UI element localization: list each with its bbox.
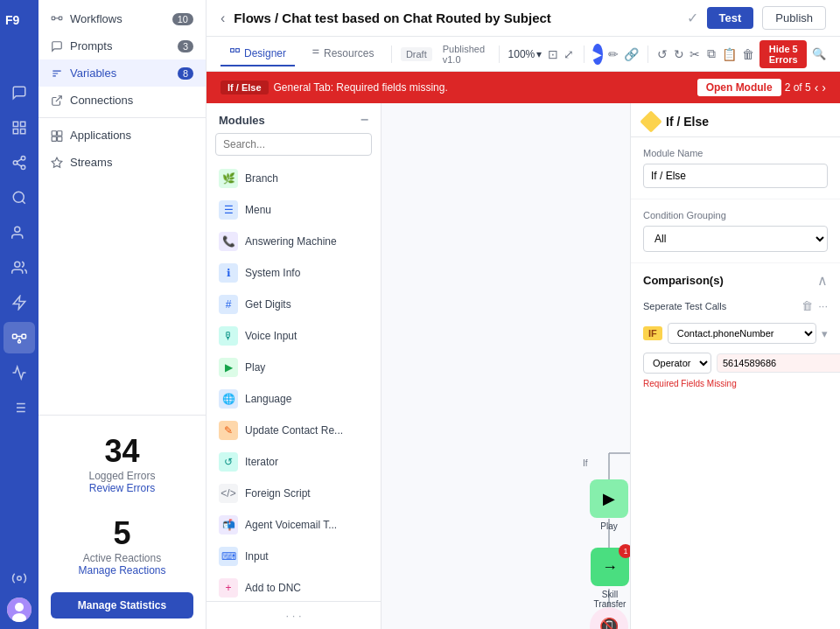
nav-search[interactable]: [4, 182, 35, 213]
operator-select[interactable]: Operator = != contains: [643, 353, 711, 374]
test-button[interactable]: Test: [707, 7, 754, 29]
module-branch[interactable]: 🌿 Branch: [206, 163, 381, 194]
module-voice-input[interactable]: 🎙 Voice Input: [206, 320, 381, 352]
svg-point-18: [18, 340, 21, 343]
voice-input-icon: 🎙: [219, 326, 238, 346]
module-name-input[interactable]: [643, 164, 828, 188]
module-iterator[interactable]: ↺ Iterator: [206, 446, 381, 478]
nav-lightning[interactable]: [4, 287, 35, 318]
expand-icon[interactable]: ⤢: [564, 43, 575, 66]
condition-grouping-select[interactable]: All Any Custom: [643, 226, 828, 252]
modules-search-input[interactable]: [215, 133, 372, 156]
search-icon[interactable]: 🔍: [812, 43, 826, 66]
collapse-modules-button[interactable]: −: [360, 112, 368, 128]
sidebar-item-workflows[interactable]: Workflows 10: [38, 5, 206, 32]
nav-flows[interactable]: [4, 322, 35, 353]
sidebar-item-applications[interactable]: Applications: [38, 122, 206, 149]
manage-statistics-button[interactable]: Manage Statistics: [51, 592, 193, 619]
nav-contacts[interactable]: [4, 217, 35, 248]
canvas-area: Modules − 🌿 Branch ☰ Menu 📞 Answer: [206, 103, 840, 629]
hide-errors-button[interactable]: Hide 5 Errors: [760, 40, 807, 68]
node-hang-up[interactable]: 📵 Hang-up: [590, 607, 628, 629]
delete-icon[interactable]: 🗑: [742, 43, 754, 66]
error-message: General Tab: Required fields missing.: [274, 81, 448, 94]
nav-people[interactable]: [4, 252, 35, 283]
module-add-to-dnc[interactable]: + Add to DNC: [206, 572, 381, 601]
link-icon[interactable]: 🔗: [624, 43, 639, 66]
nav-admin[interactable]: [4, 563, 35, 594]
comparisons-expand-icon[interactable]: ∧: [817, 272, 828, 289]
module-menu[interactable]: ☰ Menu: [206, 194, 381, 226]
svg-point-5: [21, 157, 25, 161]
flow-canvas[interactable]: If Else If Else: [382, 103, 630, 629]
sidebar-item-prompts[interactable]: Prompts 3: [38, 32, 206, 59]
module-input[interactable]: ⌨ Input: [206, 541, 381, 572]
nav-workflows[interactable]: [4, 42, 35, 73]
svg-point-26: [18, 577, 22, 581]
user-avatar[interactable]: [7, 598, 32, 622]
review-errors-link[interactable]: Review Errors: [51, 482, 193, 494]
svg-rect-40: [236, 49, 240, 52]
svg-line-11: [22, 200, 24, 203]
sidebar-item-streams[interactable]: Streams: [38, 149, 206, 176]
comparisons-section: Comparison(s) ∧: [631, 263, 840, 296]
menu-icon: ☰: [219, 200, 238, 220]
modules-list: 🌿 Branch ☰ Menu 📞 Answering Machine ℹ Sy…: [206, 163, 381, 601]
fit-icon[interactable]: ⊡: [547, 43, 558, 66]
trash-icon[interactable]: 🗑: [802, 299, 813, 312]
error-prev-button[interactable]: ‹: [815, 80, 819, 94]
sidebar-item-connections[interactable]: Connections: [38, 87, 206, 114]
node-play[interactable]: ▶ Play: [590, 479, 628, 531]
module-language[interactable]: 🌐 Language: [206, 383, 381, 415]
open-module-button[interactable]: Open Module: [697, 79, 781, 96]
module-agent-voicemail[interactable]: 📬 Agent Voicemail T...: [206, 509, 381, 541]
if-badge: IF: [643, 326, 662, 340]
node-skill-transfer[interactable]: → 1 Skill Transfer: [590, 548, 630, 609]
more-icon[interactable]: ···: [818, 299, 828, 312]
nav-connections[interactable]: [4, 147, 35, 178]
paste-icon[interactable]: 📋: [722, 43, 737, 66]
answering-machine-icon: 📞: [219, 232, 238, 251]
separate-test-row: Seperate Test Calls 🗑 ···: [631, 296, 840, 319]
zoom-control[interactable]: 100% ▾: [508, 48, 542, 60]
error-next-button[interactable]: ›: [822, 80, 826, 94]
module-play[interactable]: ▶ Play: [206, 352, 381, 383]
nav-prompts[interactable]: [4, 77, 35, 108]
field-chevron[interactable]: ▾: [822, 327, 828, 340]
condition-grouping-label: Condition Grouping: [643, 210, 828, 220]
copy-icon[interactable]: ⧉: [706, 43, 718, 66]
svg-rect-3: [21, 129, 25, 134]
tab-resources[interactable]: Resources: [300, 42, 382, 66]
modules-more-button[interactable]: · · ·: [285, 609, 301, 622]
nav-reports[interactable]: [4, 357, 35, 388]
svg-line-8: [17, 164, 21, 166]
operator-row: Operator = != contains: [631, 349, 840, 377]
separate-test-label: Seperate Test Calls: [643, 301, 726, 311]
module-system-info[interactable]: ℹ System Info: [206, 257, 381, 289]
redo-icon[interactable]: ↻: [673, 43, 684, 66]
contact-field-select[interactable]: Contact.phoneNumber: [668, 323, 816, 344]
check-icon: ✓: [687, 10, 698, 26]
module-answering-machine[interactable]: 📞 Answering Machine: [206, 226, 381, 257]
pencil-icon[interactable]: ✏: [608, 43, 620, 66]
nav-variables[interactable]: [4, 112, 35, 143]
if-condition-row: IF Contact.phoneNumber ▾: [631, 319, 840, 349]
tab-designer[interactable]: Designer: [220, 42, 295, 66]
module-get-digits[interactable]: # Get Digits: [206, 289, 381, 320]
back-button[interactable]: ‹: [220, 10, 225, 26]
svg-rect-15: [13, 334, 18, 339]
module-foreign-script[interactable]: </> Foreign Script: [206, 478, 381, 509]
manage-reactions-link[interactable]: Manage Reactions: [51, 564, 193, 577]
play-button[interactable]: ▶: [592, 44, 603, 65]
nav-lists[interactable]: [4, 392, 35, 423]
sidebar-item-variables[interactable]: Variables 8: [38, 59, 206, 87]
module-update-contact[interactable]: ✎ Update Contact Re...: [206, 415, 381, 446]
error-banner: If / Else General Tab: Required fields m…: [206, 72, 840, 103]
breadcrumb: Flows / Chat test based on Chat Routed b…: [234, 10, 677, 25]
publish-button[interactable]: Publish: [762, 6, 826, 30]
svg-text:F9: F9: [5, 13, 20, 27]
cut-icon[interactable]: ✂: [690, 43, 701, 66]
comparison-value-input[interactable]: [717, 353, 840, 373]
undo-icon[interactable]: ↺: [657, 43, 668, 66]
error-nav-count: 2 of 5: [785, 81, 811, 94]
